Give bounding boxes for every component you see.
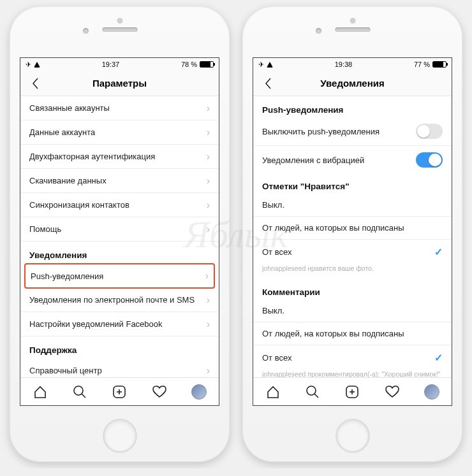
screen-right: ✈︎ 19:38 77 % Уведомления Push-уведомлен… bbox=[253, 57, 452, 406]
tab-activity[interactable] bbox=[152, 384, 167, 400]
chevron-right-icon: › bbox=[205, 270, 209, 282]
row-linked-accounts[interactable]: Связанные аккаунты› bbox=[20, 96, 219, 120]
nav-header: Параметры bbox=[20, 71, 219, 96]
tab-activity[interactable] bbox=[385, 384, 400, 400]
comments-opt-following[interactable]: От людей, на которых вы подписаны bbox=[253, 324, 452, 343]
svg-point-5 bbox=[307, 386, 316, 395]
toggle-label: Уведомления с вибрацией bbox=[262, 155, 364, 165]
tab-home[interactable] bbox=[265, 384, 281, 400]
row-help-center[interactable]: Справочный центр› bbox=[20, 359, 219, 377]
tab-new-post[interactable] bbox=[344, 384, 360, 400]
check-icon: ✓ bbox=[434, 352, 443, 364]
home-button[interactable] bbox=[103, 419, 137, 453]
battery-icon bbox=[432, 61, 446, 68]
battery-pct: 77 % bbox=[414, 61, 430, 68]
tab-home[interactable] bbox=[33, 384, 48, 400]
toggle-label: Выключить push-уведомления bbox=[262, 127, 380, 136]
toggle-vibration[interactable] bbox=[416, 152, 443, 168]
back-button[interactable] bbox=[258, 71, 277, 96]
phone-left: ✈︎ 19:37 78 % Параметры Связанные аккаун… bbox=[10, 6, 230, 462]
back-button[interactable] bbox=[26, 71, 45, 96]
row-vibration[interactable]: Уведомления с вибрацией bbox=[253, 147, 452, 173]
nav-header: Уведомления bbox=[253, 71, 452, 96]
status-bar: ✈︎ 19:38 77 % bbox=[253, 58, 452, 71]
airplane-icon: ✈︎ bbox=[26, 61, 31, 69]
row-account-data[interactable]: Данные аккаунта› bbox=[20, 120, 219, 145]
home-button[interactable] bbox=[336, 419, 370, 453]
tab-profile[interactable] bbox=[424, 384, 439, 400]
settings-list[interactable]: Связанные аккаунты› Данные аккаунта› Дву… bbox=[20, 96, 219, 377]
row-download-data[interactable]: Скачивание данных› bbox=[20, 169, 219, 193]
chevron-right-icon: › bbox=[207, 103, 210, 114]
svg-line-1 bbox=[82, 394, 85, 398]
likes-hint: johnappleseed нравится ваше фото. bbox=[253, 263, 452, 278]
likes-opt-everyone[interactable]: От всех✓ bbox=[253, 241, 452, 263]
page-title: Параметры bbox=[92, 78, 147, 89]
status-bar: ✈︎ 19:37 78 % bbox=[20, 58, 219, 71]
tab-search[interactable] bbox=[72, 384, 87, 400]
row-help[interactable]: Помощь› bbox=[20, 217, 219, 242]
chevron-right-icon: › bbox=[207, 224, 210, 235]
tab-search[interactable] bbox=[305, 384, 320, 400]
chevron-right-icon: › bbox=[207, 127, 210, 138]
tab-bar bbox=[253, 377, 452, 405]
chevron-right-icon: › bbox=[207, 319, 210, 330]
svg-point-0 bbox=[74, 386, 83, 395]
row-contacts-sync[interactable]: Синхронизация контактов› bbox=[20, 193, 219, 217]
phone-right: ✈︎ 19:38 77 % Уведомления Push-уведомлен… bbox=[242, 6, 462, 462]
toggle-disable-push[interactable] bbox=[416, 124, 443, 139]
row-2fa[interactable]: Двухфакторная аутентификация› bbox=[20, 145, 219, 169]
battery-pct: 78 % bbox=[181, 61, 197, 68]
notifications-list[interactable]: Push-уведомления Выключить push-уведомле… bbox=[253, 96, 452, 377]
section-comments: Комментарии bbox=[253, 278, 452, 301]
chevron-right-icon: › bbox=[207, 365, 210, 377]
section-notifications: Уведомления bbox=[20, 242, 219, 264]
wifi-icon bbox=[34, 62, 40, 68]
chevron-right-icon: › bbox=[207, 175, 210, 187]
row-facebook-notif[interactable]: Настройки уведомлений Facebook› bbox=[20, 312, 219, 336]
row-disable-push[interactable]: Выключить push-уведомления bbox=[253, 119, 452, 144]
status-time: 19:38 bbox=[335, 61, 353, 68]
avatar bbox=[191, 384, 207, 400]
section-push: Push-уведомления bbox=[253, 96, 452, 119]
wifi-icon bbox=[267, 62, 273, 68]
chevron-right-icon: › bbox=[207, 151, 210, 162]
svg-line-6 bbox=[314, 394, 318, 398]
comments-opt-everyone[interactable]: От всех✓ bbox=[253, 347, 452, 369]
tab-profile[interactable] bbox=[191, 384, 207, 400]
page-title: Уведомления bbox=[320, 78, 384, 89]
row-push-notifications[interactable]: Push-уведомления› bbox=[24, 263, 215, 289]
row-email-sms[interactable]: Уведомления по электронной почте и SMS› bbox=[20, 288, 219, 312]
chevron-right-icon: › bbox=[207, 294, 210, 306]
section-likes: Отметки "Нравится" bbox=[253, 173, 452, 195]
tab-new-post[interactable] bbox=[112, 384, 127, 400]
airplane-icon: ✈︎ bbox=[258, 61, 264, 69]
battery-icon bbox=[200, 61, 214, 68]
section-support: Поддержка bbox=[20, 336, 219, 359]
comments-opt-off[interactable]: Выкл. bbox=[253, 301, 452, 321]
screen-left: ✈︎ 19:37 78 % Параметры Связанные аккаун… bbox=[20, 57, 219, 406]
comments-hint: johnappleseed прокомментировал(-а): "Хор… bbox=[253, 369, 452, 377]
status-time: 19:37 bbox=[102, 61, 120, 68]
avatar bbox=[424, 384, 439, 400]
chevron-right-icon: › bbox=[207, 199, 210, 211]
tab-bar bbox=[20, 377, 219, 405]
check-icon: ✓ bbox=[434, 246, 443, 258]
likes-opt-following[interactable]: От людей, на которых вы подписаны bbox=[253, 218, 452, 238]
likes-opt-off[interactable]: Выкл. bbox=[253, 195, 452, 215]
